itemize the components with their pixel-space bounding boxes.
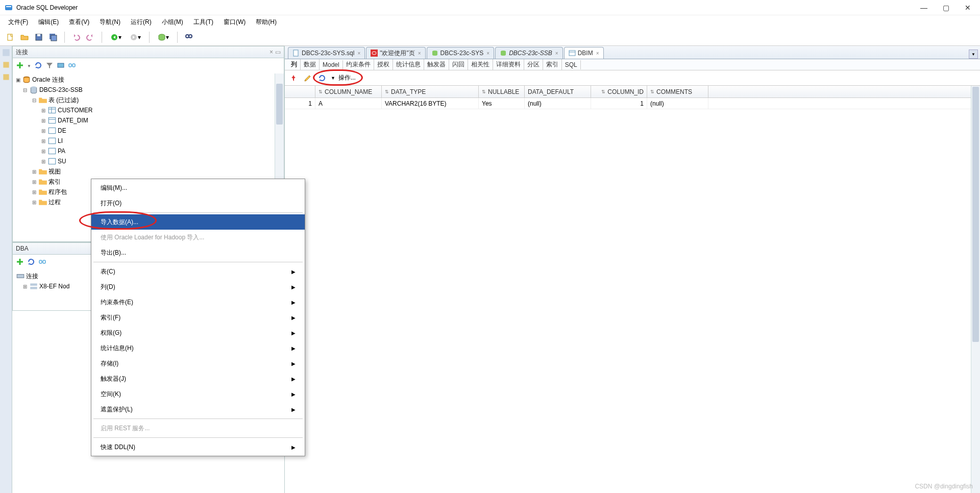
row-number-header[interactable]	[285, 86, 315, 97]
refresh-button[interactable]	[27, 258, 35, 267]
minimize-button[interactable]: ―	[920, 4, 927, 12]
tab-close-icon[interactable]: ×	[596, 51, 599, 56]
ctx-storage[interactable]: 存储(I)▶	[91, 356, 305, 371]
ctx-import-data[interactable]: 导入数据(A)...	[91, 214, 305, 230]
link-button[interactable]	[68, 61, 76, 71]
dropdown-arrow-icon[interactable]: ▼	[27, 64, 31, 68]
ctx-column[interactable]: 列(D)▶	[91, 279, 305, 294]
subtab-model[interactable]: Model	[320, 60, 343, 69]
refresh-button[interactable]	[34, 61, 42, 71]
maximize-button[interactable]: ▢	[943, 4, 949, 12]
sql-worksheet-button[interactable]: ▾	[155, 31, 172, 43]
column-header[interactable]: ⇅COLUMN_ID	[591, 86, 647, 97]
subtab-grants[interactable]: 授权	[374, 59, 393, 70]
tree-connection[interactable]: ⊟DBCS-23c-SSB	[13, 85, 284, 95]
subtab-columns[interactable]: 列	[288, 59, 301, 70]
actions-link[interactable]: 操作...	[338, 73, 356, 82]
tab-close-icon[interactable]: ×	[555, 51, 558, 56]
subtab-constraints[interactable]: 约束条件	[343, 59, 374, 70]
ctx-index[interactable]: 索引(F)▶	[91, 310, 305, 325]
subtab-statistics[interactable]: 统计信息	[393, 59, 424, 70]
column-header[interactable]: ⇅COMMENTS	[647, 86, 708, 97]
ctx-table[interactable]: 表(C)▶	[91, 264, 305, 279]
panel-close-icon[interactable]: ×	[270, 48, 273, 56]
rail-icon[interactable]	[2, 72, 11, 82]
forward-button[interactable]: ▾	[127, 31, 144, 43]
tree-folder[interactable]: ⊞视图	[13, 166, 284, 177]
grid-row[interactable]: 1 A VARCHAR2(16 BYTE) Yes (null) 1 (null…	[285, 98, 980, 109]
connections-panel-header[interactable]: 连接 × ▭	[12, 46, 284, 58]
ctx-trigger[interactable]: 触发器(J)▶	[91, 371, 305, 386]
ctx-export[interactable]: 导出(B)...	[91, 245, 305, 260]
edit-icon[interactable]	[302, 72, 313, 84]
close-button[interactable]: ✕	[965, 4, 971, 12]
subtab-triggers[interactable]: 触发器	[424, 59, 449, 70]
menu-file[interactable]: 文件(F)	[3, 16, 33, 28]
tree-table-item[interactable]: ⊞LI	[13, 136, 284, 146]
column-header[interactable]: DATA_DEFAULT	[525, 86, 591, 97]
tree-tables-folder[interactable]: ⊟表 (已过滤)	[13, 95, 284, 105]
grid-scrollbar[interactable]	[971, 86, 980, 493]
tab-close-icon[interactable]: ×	[486, 51, 489, 56]
save-button[interactable]	[33, 31, 45, 43]
save-all-button[interactable]	[47, 31, 59, 43]
subtab-indexes[interactable]: 索引	[543, 59, 562, 70]
pin-icon[interactable]	[288, 72, 299, 84]
refresh-icon[interactable]	[316, 72, 328, 84]
menu-edit[interactable]: 编辑(E)	[33, 16, 64, 28]
subtab-dependencies[interactable]: 相关性	[468, 59, 493, 70]
columns-grid[interactable]: ⇅COLUMN_NAME ⇅DATA_TYPE ⇅NULLABLE DATA_D…	[285, 86, 980, 493]
tab-worksheet[interactable]: DBCS-23c-SYS×	[427, 47, 495, 59]
ctx-quick-ddl[interactable]: 快速 DDL(N)▶	[91, 439, 305, 455]
tab-welcome[interactable]: "欢迎使用"页×	[366, 47, 425, 59]
dropdown-arrow-icon[interactable]: ▼	[331, 76, 335, 81]
menu-help[interactable]: 帮助(H)	[251, 16, 282, 28]
tab-worksheet[interactable]: DBCS-23c-SSB×	[495, 47, 563, 59]
column-header[interactable]: ⇅DATA_TYPE	[382, 86, 479, 97]
tab-close-icon[interactable]: ×	[418, 51, 421, 56]
ctx-statistics[interactable]: 统计信息(H)▶	[91, 340, 305, 356]
ctx-space[interactable]: 空间(K)▶	[91, 386, 305, 402]
ctx-open[interactable]: 打开(O)	[91, 195, 305, 211]
new-connection-button[interactable]	[16, 61, 24, 71]
redo-button[interactable]	[84, 31, 96, 43]
tree-table-item[interactable]: ⊞PA	[13, 146, 284, 156]
menu-view[interactable]: 查看(V)	[64, 16, 94, 28]
back-button[interactable]: ▾	[107, 31, 125, 43]
open-button[interactable]	[18, 31, 31, 43]
menu-team[interactable]: 小组(M)	[157, 16, 188, 28]
tree-table-item[interactable]: ⊞DE	[13, 126, 284, 136]
add-button[interactable]	[16, 258, 24, 267]
tns-button[interactable]	[57, 61, 65, 71]
ctx-constraint[interactable]: 约束条件(E)▶	[91, 294, 305, 310]
menu-window[interactable]: 窗口(W)	[218, 16, 251, 28]
subtab-details[interactable]: 详细资料	[493, 59, 524, 70]
panel-pin-icon[interactable]: ▭	[275, 48, 281, 56]
tab-list-dropdown[interactable]: ▼	[969, 50, 978, 59]
menu-tools[interactable]: 工具(T)	[188, 16, 218, 28]
subtab-sql[interactable]: SQL	[562, 60, 581, 69]
tree-table-item[interactable]: ⊞CUSTOMER	[13, 105, 284, 115]
subtab-partitions[interactable]: 分区	[524, 59, 543, 70]
rail-icon[interactable]	[2, 60, 11, 69]
undo-button[interactable]	[70, 31, 82, 43]
tab-close-icon[interactable]: ×	[357, 51, 360, 56]
menu-run[interactable]: 运行(R)	[126, 16, 157, 28]
tree-table-item[interactable]: ⊞DATE_DIM	[13, 115, 284, 126]
tree-table-item[interactable]: ⊞SU	[13, 156, 284, 166]
ctx-edit[interactable]: 编辑(M)...	[91, 180, 305, 195]
rail-icon[interactable]	[2, 48, 11, 57]
link-button[interactable]	[38, 258, 46, 267]
ctx-privilege[interactable]: 权限(G)▶	[91, 325, 305, 340]
ctx-mask[interactable]: 遮盖保护(L)▶	[91, 402, 305, 417]
tree-root[interactable]: ▣Oracle 连接	[13, 75, 284, 85]
tab-table[interactable]: DBIM×	[564, 47, 604, 59]
new-button[interactable]	[4, 31, 16, 43]
column-header[interactable]: ⇅COLUMN_NAME	[315, 86, 382, 97]
column-header[interactable]: ⇅NULLABLE	[479, 86, 525, 97]
subtab-flashback[interactable]: 闪回	[449, 59, 468, 70]
menu-nav[interactable]: 导航(N)	[94, 16, 126, 28]
filter-button[interactable]	[45, 61, 54, 71]
tab-sql-file[interactable]: DBCS-23c-SYS.sql×	[288, 47, 365, 59]
subtab-data[interactable]: 数据	[301, 59, 320, 70]
